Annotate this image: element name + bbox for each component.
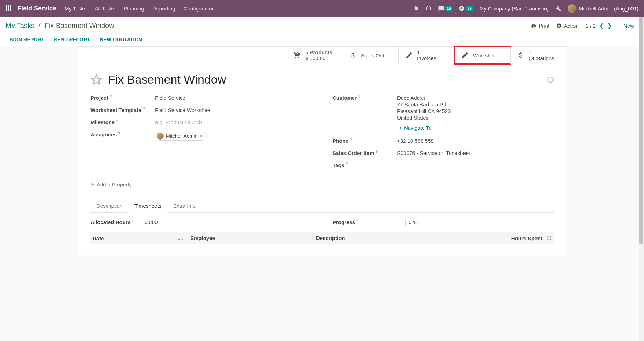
label-progress: Progress? — [332, 219, 364, 225]
scrollbar[interactable] — [639, 17, 644, 255]
sort-asc-icon[interactable]: ︿ — [178, 235, 183, 242]
dollar-icon — [349, 51, 357, 59]
value-project[interactable]: Field Service — [155, 95, 312, 101]
apps-launcher-icon[interactable] — [6, 5, 12, 12]
sign-report-button[interactable]: SIGN REPORT — [10, 37, 44, 42]
action-button[interactable]: Action — [556, 23, 579, 29]
label-assignees: Assignees? — [90, 132, 155, 137]
send-report-button[interactable]: SEND REPORT — [54, 37, 90, 42]
messages-menu[interactable]: 15 — [438, 5, 452, 12]
label-tags: Tags? — [332, 162, 397, 168]
tab-extra-info[interactable]: Extra Info — [167, 199, 202, 213]
stat-invoices[interactable]: 1 Invoices — [398, 47, 454, 64]
edit-icon — [405, 51, 413, 59]
pager-next[interactable]: ❯ — [607, 22, 612, 29]
remove-assignee-icon[interactable]: ✕ — [199, 133, 204, 139]
dollar-icon — [517, 51, 525, 59]
stat-sales-order-label: Sales Order — [361, 52, 389, 58]
stat-products-title: 5 Products — [305, 49, 332, 55]
th-hours[interactable]: Hours Spent — [511, 235, 542, 241]
breadcrumb-root[interactable]: My Tasks — [6, 22, 35, 29]
nav-all-tasks[interactable]: All Tasks — [95, 6, 115, 12]
arrow-right-icon — [397, 126, 402, 130]
breadcrumb: My Tasks / Fix Basement Window — [6, 22, 114, 30]
navigate-to-link[interactable]: Navigate To — [397, 125, 432, 131]
value-worksheet-template[interactable]: Field Service Worksheet — [155, 107, 312, 113]
value-milestone[interactable]: e.g. Product Launch — [155, 119, 312, 125]
assignee-tag[interactable]: Mitchell Admin ✕ — [155, 132, 207, 141]
user-name: Mitchell Admin (Aug_001) — [579, 6, 638, 12]
avatar — [568, 4, 576, 13]
value-phone[interactable]: +32 10 588 558 — [397, 138, 554, 144]
kanban-state-icon[interactable] — [547, 77, 554, 83]
debug-icon[interactable] — [414, 6, 419, 11]
tools-icon[interactable] — [555, 5, 561, 12]
value-customer[interactable]: Deco Addict 77 Santa Barbara Rd Pleasant… — [397, 95, 554, 132]
stat-button-row: 5 Products $ 500.00 Sales Order 1 Invo — [78, 47, 566, 64]
pencil-icon — [461, 51, 469, 59]
task-title[interactable]: Fix Basement Window — [108, 73, 542, 86]
pager-text[interactable]: 1 / 2 — [586, 23, 596, 29]
th-employee[interactable]: Employee — [190, 235, 316, 242]
nav-my-tasks[interactable]: My Tasks — [65, 6, 86, 12]
stat-invoices-label: Invoices — [417, 55, 436, 61]
label-project: Project? — [90, 95, 155, 101]
label-sales-order-item: Sales Order Item? — [332, 150, 397, 156]
pager: 1 / 2 ❮ ❯ — [586, 22, 612, 29]
progress-input[interactable] — [364, 219, 406, 226]
stat-worksheet-label: Worksheet — [473, 52, 498, 58]
new-button[interactable]: New — [619, 21, 638, 30]
value-progress: 0 % — [409, 219, 418, 225]
tab-description[interactable]: Description — [90, 199, 129, 213]
value-sales-order-item[interactable]: S00076 - Service on Timesheet — [397, 150, 554, 156]
app-brand[interactable]: Field Service — [17, 5, 56, 12]
gear-icon — [556, 23, 562, 29]
stat-worksheet[interactable]: Worksheet — [454, 47, 510, 64]
user-menu[interactable]: Mitchell Admin (Aug_001) — [568, 4, 638, 13]
th-description[interactable]: Description — [316, 235, 503, 242]
value-assignees[interactable]: Mitchell Admin ✕ — [155, 132, 312, 141]
stat-quotations[interactable]: 1 Quotations — [510, 47, 566, 64]
cart-icon — [293, 51, 301, 59]
priority-star-icon[interactable] — [90, 74, 102, 86]
plus-icon — [90, 182, 95, 186]
assignee-name: Mitchell Admin — [166, 133, 197, 139]
tabs: Description Timesheets Extra Info — [90, 199, 554, 213]
tab-timesheets[interactable]: Timesheets — [129, 199, 167, 213]
th-date[interactable]: Date — [93, 235, 104, 241]
nav-configuration[interactable]: Configuration — [184, 6, 215, 12]
value-allocated-hours[interactable]: 00:00 — [145, 219, 158, 225]
svg-marker-0 — [92, 74, 101, 84]
new-quotation-button[interactable]: NEW QUOTATION — [100, 37, 142, 42]
company-switcher[interactable]: My Company (San Francisco) — [480, 6, 549, 12]
nav-planning[interactable]: Planning — [124, 6, 144, 12]
activities-badge: 39 — [466, 6, 473, 11]
breadcrumb-current: Fix Basement Window — [45, 22, 114, 29]
messages-badge: 15 — [445, 6, 452, 11]
label-milestone: Milestone? — [90, 119, 155, 125]
nav-reporting[interactable]: Reporting — [153, 6, 175, 12]
breadcrumb-separator: / — [39, 22, 41, 29]
support-icon[interactable] — [425, 5, 432, 12]
label-allocated-hours: Allocated Hours? — [90, 219, 145, 225]
stat-quotations-label: Quotations — [529, 55, 554, 61]
stat-invoices-count: 1 — [417, 49, 436, 55]
activities-menu[interactable]: 39 — [459, 5, 473, 12]
label-customer: Customer? — [332, 95, 397, 101]
avatar — [157, 133, 164, 140]
timesheet-header: Date ︿ Employee Description Hours Spent — [90, 232, 554, 244]
label-phone: Phone? — [332, 138, 397, 144]
stat-products[interactable]: 5 Products $ 500.00 — [287, 47, 343, 64]
stat-quotations-count: 1 — [529, 49, 554, 55]
label-worksheet-template: Worksheet Template? — [90, 107, 155, 113]
print-icon — [531, 23, 536, 29]
stat-products-sub: $ 500.00 — [305, 55, 332, 61]
print-button[interactable]: Print — [531, 23, 549, 29]
pager-prev[interactable]: ❮ — [599, 22, 604, 29]
columns-settings-icon[interactable] — [546, 235, 551, 241]
stat-sales-order[interactable]: Sales Order — [343, 47, 398, 64]
add-property-button[interactable]: Add a Property — [90, 182, 132, 187]
